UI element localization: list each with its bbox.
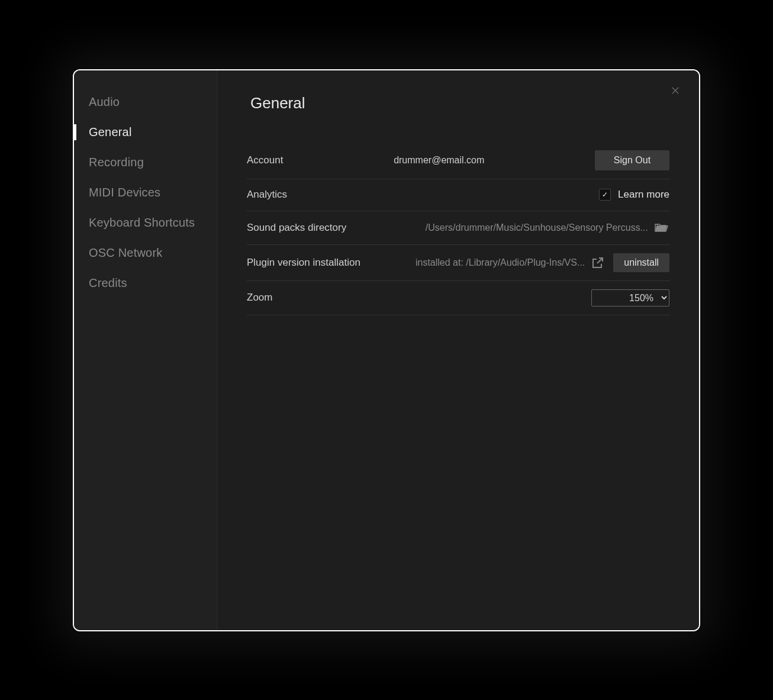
soundpacks-path: /Users/drummer/Music/Sunhouse/Sensory Pe…: [346, 222, 653, 233]
sidebar: Audio General Recording MIDI Devices Key…: [74, 70, 217, 630]
browse-folder-button[interactable]: [653, 220, 669, 236]
sidebar-item-label: OSC Network: [89, 246, 162, 259]
analytics-checkbox[interactable]: ✓: [599, 189, 611, 201]
check-icon: ✓: [602, 191, 608, 199]
sidebar-item-label: Keyboard Shortcuts: [89, 216, 195, 229]
analytics-learn-more-link[interactable]: Learn more: [618, 189, 669, 201]
plugin-label: Plugin version installation: [247, 257, 360, 269]
row-analytics: Analytics ✓ Learn more: [247, 179, 669, 211]
sidebar-item-label: Recording: [89, 156, 144, 169]
sidebar-item-audio[interactable]: Audio: [74, 87, 217, 117]
sidebar-item-osc-network[interactable]: OSC Network: [74, 238, 217, 268]
sidebar-item-label: General: [89, 125, 132, 138]
folder-open-icon: [654, 221, 668, 235]
main-panel: General Account drummer@email.com Sign O…: [217, 70, 699, 630]
external-link-icon: [591, 256, 605, 270]
account-email: drummer@email.com: [283, 155, 595, 166]
settings-list: Account drummer@email.com Sign Out Analy…: [247, 142, 669, 315]
row-zoom: Zoom 50%75%100%125%150%175%200%: [247, 281, 669, 315]
sidebar-item-label: Audio: [89, 95, 120, 108]
close-icon: [670, 85, 681, 96]
sidebar-item-label: MIDI Devices: [89, 186, 160, 199]
uninstall-button[interactable]: uninstall: [613, 253, 669, 272]
zoom-label: Zoom: [247, 292, 272, 304]
row-plugin: Plugin version installation installed at…: [247, 245, 669, 281]
row-soundpacks: Sound packs directory /Users/drummer/Mus…: [247, 211, 669, 245]
sidebar-item-label: Credits: [89, 276, 127, 289]
sidebar-item-recording[interactable]: Recording: [74, 147, 217, 178]
sidebar-item-keyboard-shortcuts[interactable]: Keyboard Shortcuts: [74, 208, 217, 238]
sidebar-item-midi-devices[interactable]: MIDI Devices: [74, 178, 217, 208]
soundpacks-label: Sound packs directory: [247, 222, 346, 234]
zoom-select[interactable]: 50%75%100%125%150%175%200%: [591, 289, 669, 307]
account-label: Account: [247, 154, 283, 166]
page-title: General: [250, 94, 669, 112]
analytics-label: Analytics: [247, 189, 287, 201]
sidebar-item-general[interactable]: General: [74, 117, 217, 147]
close-button[interactable]: [668, 83, 682, 98]
plugin-path: installed at: /Library/Audio/Plug-Ins/VS…: [360, 257, 590, 268]
sidebar-item-credits[interactable]: Credits: [74, 268, 217, 298]
row-account: Account drummer@email.com Sign Out: [247, 142, 669, 179]
settings-window: Audio General Recording MIDI Devices Key…: [73, 69, 700, 631]
open-external-button[interactable]: [590, 254, 606, 271]
sign-out-button[interactable]: Sign Out: [595, 150, 669, 170]
